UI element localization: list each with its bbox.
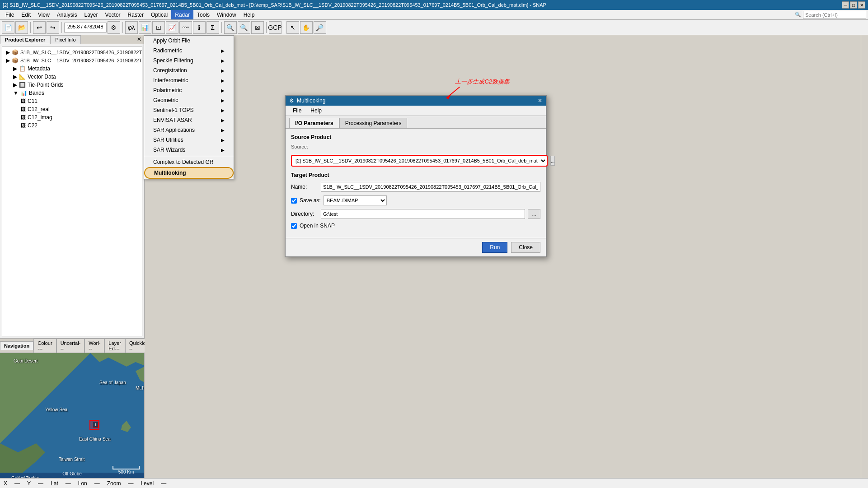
save-as-label: Save as: xyxy=(300,197,321,204)
tree-item-product2[interactable]: ▶ 📦 S1B_IW_SLC__1SDV_20190822T095426_201… xyxy=(4,56,140,65)
dialog-menu-help[interactable]: Help xyxy=(307,107,325,115)
menu-vector[interactable]: Vector xyxy=(102,10,124,19)
dialog-tab-processing[interactable]: Processing Parameters xyxy=(339,118,408,128)
search-input[interactable] xyxy=(803,11,866,19)
left-panel: Product Explorer Pixel Info ✕ ▶ 📦 S1B_IW… xyxy=(0,35,145,478)
tree-item-vector-data[interactable]: ▶ 📐 Vector Data xyxy=(11,73,140,81)
toolbar-separator-5 xyxy=(266,22,267,33)
menu-polarimetric[interactable]: Polarimetric ▶ xyxy=(144,85,234,95)
dialog-content: Source Product Source: [2] S1B_IW_SLC__1… xyxy=(286,129,546,238)
source-browse-button[interactable]: ... xyxy=(550,156,555,166)
close-button[interactable]: ✕ xyxy=(858,1,865,9)
scatter-button[interactable]: ⊡ xyxy=(152,21,165,34)
menu-window[interactable]: Window xyxy=(213,10,240,19)
maximize-button[interactable]: □ xyxy=(850,1,857,9)
menu-multilooking[interactable]: Multilooking xyxy=(144,167,234,179)
select-button[interactable]: ↖ xyxy=(286,21,299,34)
pan-button[interactable]: ✋ xyxy=(300,21,313,34)
transect-button[interactable]: 📈 xyxy=(166,21,178,34)
zoom-in-button[interactable]: 🔍 xyxy=(224,21,237,34)
titlebar: [2] S1B_IW_SLC__1SDV_20190822T095426_201… xyxy=(0,0,868,10)
dialog-tab-io[interactable]: I/O Parameters xyxy=(289,118,339,128)
menu-complex-to-detected[interactable]: Complex to Detected GR xyxy=(144,157,234,167)
menu-help[interactable]: Help xyxy=(240,10,258,19)
c22-icon: 🖼 xyxy=(20,122,26,129)
envisat-arrow: ▶ xyxy=(221,118,225,123)
menu-analysis[interactable]: Analysis xyxy=(53,10,81,19)
tab-uncertain[interactable]: Uncertai--- xyxy=(56,339,85,353)
menu-envisat-asar[interactable]: ENVISAT ASAR ▶ xyxy=(144,115,234,125)
tree-item-c12real[interactable]: 🖼 C12_real xyxy=(19,105,140,113)
gcp-button[interactable]: GCP xyxy=(269,21,282,34)
save-as-checkbox[interactable] xyxy=(291,198,297,204)
toolbar-separator-4 xyxy=(221,22,222,33)
menu-radiometric[interactable]: Radiometric ▶ xyxy=(144,46,234,56)
run-button[interactable]: Run xyxy=(482,242,507,253)
bands-label: Bands xyxy=(29,90,44,96)
menu-radar[interactable]: Radar xyxy=(171,10,193,19)
directory-browse-button[interactable]: ... xyxy=(528,209,540,219)
source-product-select[interactable]: [2] S1B_IW_SLC__1SDV_20190822T095426_201… xyxy=(291,155,548,167)
target-name-input[interactable] xyxy=(321,182,540,192)
tab-layer-editor[interactable]: Layer Ed--- xyxy=(104,339,125,353)
open-button[interactable]: 📂 xyxy=(15,21,28,34)
interferometric-arrow: ▶ xyxy=(221,78,225,83)
tree-item-c12imag[interactable]: 🖼 C12_imag xyxy=(19,113,140,121)
c22-label: C22 xyxy=(28,122,38,129)
histogram-button[interactable]: 📊 xyxy=(139,21,151,34)
stats-button[interactable]: Σ xyxy=(206,21,219,34)
info-button[interactable]: ℹ xyxy=(193,21,206,34)
menu-geometric[interactable]: Geometric ▶ xyxy=(144,95,234,105)
directory-input[interactable] xyxy=(321,209,525,219)
menu-raster[interactable]: Raster xyxy=(124,10,147,19)
product-tree: ▶ 📦 S1B_IW_SLC__1SDV_20190822T095426_201… xyxy=(2,46,142,336)
menu-tools[interactable]: Tools xyxy=(193,10,213,19)
fit-button[interactable]: ⊠ xyxy=(251,21,264,34)
tree-item-bands[interactable]: ▼ 📊 Bands xyxy=(11,89,140,97)
new-button[interactable]: 📄 xyxy=(2,21,14,34)
tree-item-c11[interactable]: 🖼 C11 xyxy=(19,97,140,105)
dialog-close-button[interactable]: ✕ xyxy=(538,98,542,104)
menu-view[interactable]: View xyxy=(34,10,53,19)
redo-button[interactable]: ↪ xyxy=(47,21,59,34)
menu-file[interactable]: File xyxy=(2,10,18,19)
tree-item-tiepoint[interactable]: ▶ 🔲 Tie-Point Grids xyxy=(11,81,140,89)
menu-optical[interactable]: Optical xyxy=(147,10,171,19)
navigation-map[interactable]: Gobi Desert Sea of Japan Yellow Sea Mt.F… xyxy=(0,353,144,478)
zoom-out-button[interactable]: 🔍 xyxy=(238,21,250,34)
tree-item-product1[interactable]: ▶ 📦 S1B_IW_SLC__1SDV_20190822T095426_201… xyxy=(4,48,140,56)
zoom-tool[interactable]: 🔎 xyxy=(314,21,326,34)
menu-apply-orbit-file[interactable]: Apply Orbit File xyxy=(144,36,234,46)
tab-navigation[interactable]: Navigation xyxy=(0,341,33,350)
tab-product-explorer[interactable]: Product Explorer xyxy=(0,35,50,44)
menu-sentinel1-tops[interactable]: Sentinel-1 TOPS ▶ xyxy=(144,105,234,115)
product-label-1: S1B_IW_SLC__1SDV_20190822T095426_2019082… xyxy=(20,50,142,55)
undo-button[interactable]: ↩ xyxy=(33,21,46,34)
save-format-select[interactable]: BEAM-DIMAP xyxy=(324,195,387,205)
menu-edit[interactable]: Edit xyxy=(18,10,34,19)
directory-field-row: Directory: ... xyxy=(291,209,540,219)
tab-pixel-info[interactable]: Pixel Info xyxy=(50,35,80,44)
metadata-label: Metadata xyxy=(28,65,50,72)
tree-item-c22[interactable]: 🖼 C22 xyxy=(19,121,140,130)
close-dialog-button[interactable]: Close xyxy=(511,242,540,253)
menu-sar-wizards[interactable]: SAR Wizards ▶ xyxy=(144,145,234,155)
menu-layer[interactable]: Layer xyxy=(81,10,102,19)
lon-label: Lon xyxy=(78,480,87,487)
minimize-button[interactable]: ─ xyxy=(842,1,849,9)
menu-coregistration[interactable]: Coregistration ▶ xyxy=(144,65,234,75)
dialog-menu-file[interactable]: File xyxy=(289,107,305,115)
panel-close-button[interactable]: ✕ xyxy=(134,35,144,44)
profile-button[interactable]: 〰 xyxy=(179,21,192,34)
tab-colour[interactable]: Colour --- xyxy=(33,339,56,353)
tab-world[interactable]: Worl--- xyxy=(84,339,104,353)
menu-speckle-filtering[interactable]: Speckle Filtering ▶ xyxy=(144,56,234,65)
bottom-tabs: Navigation Colour --- Uncertai--- Worl--… xyxy=(0,339,144,353)
open-in-snap-checkbox[interactable] xyxy=(291,223,297,229)
menu-sar-applications[interactable]: SAR Applications ▶ xyxy=(144,125,234,135)
menu-interferometric[interactable]: Interferometric ▶ xyxy=(144,75,234,85)
tree-item-metadata[interactable]: ▶ 📋 Metadata xyxy=(11,65,140,73)
settings-button[interactable]: ⚙ xyxy=(108,21,120,34)
menu-sar-utilities[interactable]: SAR Utilities ▶ xyxy=(144,135,234,145)
spectrum-button[interactable]: φλ xyxy=(125,21,138,34)
